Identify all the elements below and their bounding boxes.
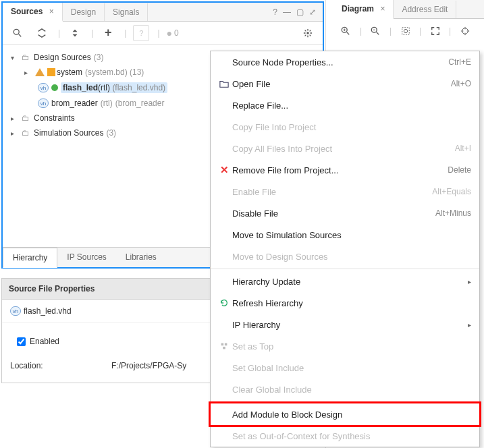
menu-label: Source Node Properties... [232,57,448,67]
menu-item[interactable]: Refresh Hierarchy [211,292,479,314]
menu-shortcut: Alt+I [455,144,471,153]
close-icon[interactable]: × [380,4,385,13]
menu-shortcut: Ctrl+E [448,57,471,67]
enabled-label: Enabled [30,337,59,346]
chevron-right-icon[interactable]: ▸ [11,115,20,122]
location-label: Location: [10,361,111,370]
vhdl-icon: vh [38,83,49,92]
zoom-out-icon[interactable] [369,23,383,39]
menu-label: Copy All Files Into Project [232,144,455,154]
search-icon[interactable] [9,25,26,41]
file-name: brom_reader [51,99,98,108]
menu-separator [211,401,479,402]
menu-item[interactable]: Replace File... [211,94,479,116]
menu-label: Hierarchy Update [232,277,463,287]
bottom-tab-hierarchy[interactable]: Hierarchy [3,248,57,268]
menu-label: Move to Design Sources [232,252,471,262]
menu-label: Disable File [232,208,435,219]
tab-label: Diagram [342,4,374,13]
svg-line-4 [347,32,350,35]
tree-sub: (brom_reader [115,99,165,108]
svg-rect-10 [402,28,409,35]
help-icon[interactable]: ? [273,7,277,17]
chevron-right-icon: ▸ [463,278,471,285]
menu-item[interactable]: Hierarchy Update▸ [211,271,479,292]
menu-label: IP Hierarchy [232,320,463,330]
menu-label: Set as Out-of-Context for Synthesis [232,431,471,441]
svg-point-11 [404,29,407,32]
menu-shortcut: Alt+O [451,79,471,88]
tab-sources[interactable]: Sources × [3,3,63,22]
svg-point-0 [14,29,19,34]
tab-signals[interactable]: Signals [105,3,148,21]
svg-line-1 [19,34,22,36]
chevron-right-icon[interactable]: ▸ [11,130,20,137]
menu-item: Set as Out-of-Context for Synthesis [211,425,479,447]
tab-label: Sources [11,7,43,16]
menu-item[interactable]: IP Hierarchy▸ [211,314,479,335]
location-value: F:/Projects/FPGA-Sy [111,361,186,370]
remove-x-icon: ✕ [216,164,232,176]
folder-open-icon [216,79,232,88]
menu-item[interactable]: Disable FileAlt+Minus [211,202,479,224]
target-icon[interactable] [458,23,472,39]
collapse-all-icon[interactable] [34,25,50,41]
menu-item[interactable]: Move to Simulation Sources [211,224,479,246]
props-file-name: flash_led.vhd [24,306,72,316]
diagram-toolbar: | | | | [333,19,484,43]
enabled-checkbox-input[interactable] [17,337,26,346]
tree-sub: (system.bd) (13) [85,67,144,77]
block-icon [47,68,55,76]
menu-label: Clear Global Include [232,385,471,395]
svg-rect-19 [223,347,225,349]
minimize-icon[interactable]: — [283,7,291,17]
zoom-in-icon[interactable] [339,23,353,39]
svg-rect-17 [221,343,224,346]
tree-label: Constraints [34,113,75,123]
gear-icon[interactable] [300,25,316,41]
menu-label: Refresh Hierarchy [232,298,471,308]
restore-icon[interactable]: ▢ [296,7,304,17]
expand-icon[interactable] [428,23,442,39]
menu-item: Enable FileAlt+Equals [211,181,479,202]
menu-shortcut: Alt+Equals [432,187,471,196]
svg-line-8 [377,32,379,35]
zoom-fit-icon[interactable] [398,23,412,39]
chevron-right-icon: ▸ [463,321,471,329]
messages-count[interactable]: ●0 [167,28,179,38]
question-icon[interactable]: ? [133,25,149,41]
tree-label: Design Sources [34,53,91,62]
sources-toolbar: | | + | ? | ●0 [3,22,323,45]
menu-label: Move to Simulation Sources [232,230,471,240]
tab-diagram[interactable]: Diagram × [333,0,394,19]
folder-icon: 🗀 [22,53,30,62]
chevron-down-icon[interactable]: ▾ [11,54,20,61]
expand-icon[interactable] [67,25,83,41]
menu-item[interactable]: ✕Remove File from Project...Delete [211,159,479,181]
close-icon[interactable]: × [49,7,54,16]
menu-label: Set Global Include [232,363,471,373]
tree-count: (3) [106,128,116,138]
bottom-tab-ip-sources[interactable]: IP Sources [57,248,115,267]
svg-rect-18 [225,343,227,346]
menu-item: Set Global Include [211,357,479,379]
maximize-icon[interactable]: ⤢ [309,7,316,17]
menu-label: Open File [232,79,451,89]
menu-item[interactable]: Add Module to Block Design [211,403,479,425]
menu-label: Copy File Into Project [232,122,471,132]
bottom-tab-libraries[interactable]: Libraries [116,248,166,267]
tab-address-editor[interactable]: Address Edit [394,1,456,18]
folder-icon: 🗀 [22,113,30,123]
menu-item[interactable]: Open FileAlt+O [211,73,479,94]
chevron-right-icon[interactable]: ▸ [24,69,34,76]
menu-item: Set as Top [211,335,479,357]
refresh-icon [216,298,232,308]
tab-design[interactable]: Design [63,3,105,21]
menu-shortcut: Alt+Minus [435,208,471,218]
diagram-tab-bar: Diagram × Address Edit [333,0,484,19]
sources-tab-bar: Sources × Design Signals ? — ▢ ⤢ [3,3,323,22]
menu-item[interactable]: Source Node Properties...Ctrl+E [211,51,479,73]
add-icon[interactable]: + [100,25,116,41]
module-icon [51,84,58,91]
menu-item: Clear Global Include [211,379,479,400]
